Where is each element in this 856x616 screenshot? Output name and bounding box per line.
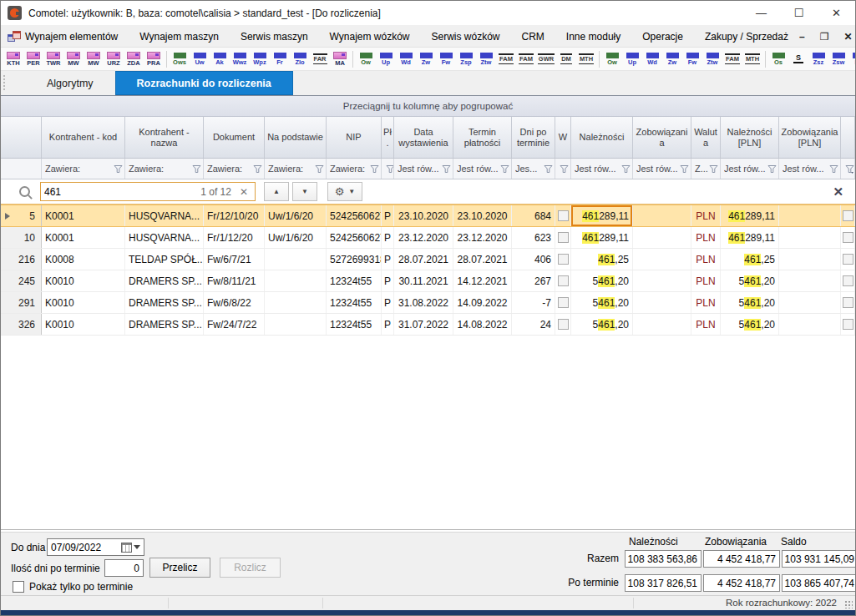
filter-funnel-icon[interactable]: [386, 164, 394, 174]
row-checkbox[interactable]: [558, 319, 569, 330]
row-checkbox[interactable]: [843, 275, 853, 286]
table-cell[interactable]: [841, 205, 855, 226]
row-checkbox[interactable]: [843, 297, 853, 308]
filter-condition-label[interactable]: Jest rów...: [575, 164, 620, 174]
filter-funnel-icon[interactable]: [544, 164, 553, 174]
toolbar-button-fw[interactable]: Fw: [436, 48, 456, 70]
date-dropdown-icon[interactable]: [134, 545, 140, 549]
toolbar-button-ows[interactable]: Ows: [170, 48, 190, 70]
table-cell[interactable]: [841, 270, 855, 291]
toolbar-button-fam[interactable]: FAM: [516, 48, 536, 70]
menu-item-crm[interactable]: CRM: [511, 28, 555, 46]
table-cell[interactable]: [841, 292, 855, 313]
toolbar-button-fw[interactable]: Fw: [682, 48, 702, 70]
toolbar-button-wd[interactable]: Wd: [642, 48, 662, 70]
toolbar-button-mw[interactable]: MW: [84, 48, 104, 70]
table-cell[interactable]: [841, 249, 855, 270]
filter-condition-label[interactable]: Jest rów...: [724, 164, 767, 174]
pokaz-tylko-checkbox[interactable]: [13, 581, 24, 593]
row-checkbox[interactable]: [843, 319, 853, 330]
filter-funnel-icon[interactable]: [560, 164, 569, 174]
table-cell[interactable]: [555, 227, 571, 248]
toolbar-button-gwr[interactable]: GWR: [536, 48, 556, 70]
table-row[interactable]: 10K0001HUSQVARNA...Fr/1/12/20Uw/1/6/2052…: [1, 227, 855, 249]
row-checkbox[interactable]: [843, 232, 853, 243]
filter-funnel-icon[interactable]: [680, 164, 689, 174]
maximize-button[interactable]: ☐: [780, 1, 818, 25]
filter-funnel-icon[interactable]: [845, 164, 854, 174]
column-header-dni-po-terminie[interactable]: Dni po terminie: [512, 117, 555, 158]
row-checkbox[interactable]: [558, 275, 569, 286]
toolbar-button-pra[interactable]: PRA: [144, 48, 164, 70]
search-clear-icon[interactable]: ✕: [231, 186, 255, 198]
filter-condition-label[interactable]: Zawiera:: [45, 164, 113, 174]
filter-funnel-icon[interactable]: [709, 164, 718, 174]
toolbar-button-up[interactable]: Up: [622, 48, 642, 70]
toolbar-button-mth[interactable]: MTH: [742, 48, 762, 70]
column-header-należności-pln-[interactable]: Należności [PLN]: [721, 117, 779, 158]
table-cell[interactable]: [555, 270, 571, 291]
filter-condition-label[interactable]: Zawiera:: [330, 164, 369, 174]
toolbar-button-zlo[interactable]: Zlo: [290, 48, 310, 70]
row-checkbox[interactable]: [558, 297, 569, 308]
filter-funnel-icon[interactable]: [114, 164, 123, 174]
table-cell[interactable]: [841, 227, 855, 248]
toolbar-button-zw[interactable]: Zw: [416, 48, 436, 70]
mdi-minimize-button[interactable]: –: [799, 31, 805, 43]
filter-funnel-icon[interactable]: [315, 164, 324, 174]
search-input[interactable]: [41, 186, 200, 198]
toolbar-button-zsw[interactable]: Zsw: [828, 48, 848, 70]
toolbar-button-zw[interactable]: Zw: [662, 48, 682, 70]
row-checkbox[interactable]: [558, 210, 569, 221]
tab-rozrachunki-do-rozliczenia[interactable]: Rozrachunki do rozliczenia: [115, 71, 293, 95]
search-close-icon[interactable]: ✕: [833, 184, 843, 199]
column-header-termin-płatności[interactable]: Termin płatności: [453, 117, 512, 158]
filter-cell-7[interactable]: Jest rów...: [394, 159, 453, 179]
filter-condition-label[interactable]: Z...: [695, 164, 708, 174]
filter-condition-label[interactable]: Jes...: [515, 164, 543, 174]
column-header-dokument[interactable]: Dokument: [204, 117, 265, 158]
filter-funnel-icon[interactable]: [621, 164, 631, 174]
toolbar-button-ow[interactable]: Ow: [602, 48, 622, 70]
row-checkbox[interactable]: [843, 210, 853, 221]
table-row[interactable]: 291K0010DRAMERS SP...Fw/6/8/2212324t55P3…: [1, 292, 855, 314]
toolbar-button-dm[interactable]: DM: [556, 48, 576, 70]
tab-algorytmy[interactable]: Algorytmy: [25, 71, 115, 95]
column-header-zobowiązania[interactable]: Zobowiązania: [633, 117, 691, 158]
row-checkbox[interactable]: [558, 254, 569, 265]
filter-cell-1[interactable]: Zawiera:: [42, 159, 125, 179]
filter-condition-label[interactable]: Jest rów...: [783, 164, 828, 174]
filter-condition-label[interactable]: Jest rów...: [398, 164, 441, 174]
mdi-close-button[interactable]: ✕: [843, 31, 852, 43]
group-by-panel[interactable]: Przeciągnij tu kolumnę aby pogrupować: [1, 96, 855, 117]
toolbar-button-fam[interactable]: FAM: [722, 48, 742, 70]
toolbar-button-zda[interactable]: ZDA: [124, 48, 144, 70]
column-header-nip[interactable]: NIP: [327, 117, 382, 158]
table-row[interactable]: 216K0008TELDAP SPÓŁ...Fw/6/7/21527269931…: [1, 249, 855, 270]
column-header-kontrahent-nazwa[interactable]: Kontrahent - nazwa: [125, 117, 204, 158]
toolbar-button-ztw[interactable]: Ztw: [702, 48, 722, 70]
column-header-waluta[interactable]: Waluta: [691, 117, 721, 158]
menu-item-serwis-wózków[interactable]: Serwis wózków: [420, 28, 510, 46]
toolbar-button-fr[interactable]: Fr: [270, 48, 290, 70]
dni-po-terminie-input[interactable]: [105, 560, 143, 576]
do-dnia-date-field[interactable]: 07/09/2022: [47, 538, 144, 556]
resize-grip[interactable]: [844, 600, 853, 608]
table-row[interactable]: 245K0010DRAMERS SP...Fw/8/11/2112324t55P…: [1, 270, 855, 292]
column-header-kontrahent-kod[interactable]: Kontrahent - kod: [42, 117, 125, 158]
row-checkbox[interactable]: [843, 254, 853, 265]
filter-cell-13[interactable]: Z...: [691, 159, 721, 179]
rozlicz-button[interactable]: Rozlicz: [220, 558, 281, 578]
filter-cell-3[interactable]: Zawiera:: [204, 159, 265, 179]
filter-funnel-icon[interactable]: [829, 164, 838, 174]
menu-item-wynajem-maszyn[interactable]: Wynajem maszyn: [129, 28, 230, 46]
toolbar-button-far[interactable]: FAR: [310, 48, 330, 70]
filter-condition-label[interactable]: Jest rów...: [636, 164, 679, 174]
toolbar-button-zsz[interactable]: Zsz: [808, 48, 828, 70]
filter-cell-14[interactable]: Jest rów...: [721, 159, 779, 179]
column-header-data-wystawienia[interactable]: Data wystawienia: [394, 117, 453, 158]
filter-cell-6[interactable]: [382, 159, 394, 179]
filter-funnel-icon[interactable]: [767, 164, 777, 174]
toolbar-button-ma[interactable]: MA: [330, 48, 350, 70]
toolbar-button-ztw[interactable]: Ztw: [476, 48, 496, 70]
